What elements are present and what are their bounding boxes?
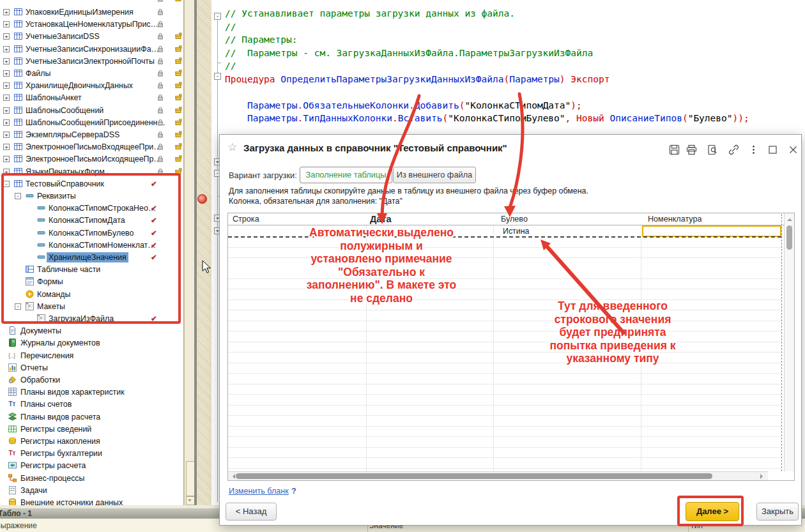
expand-toggle-icon[interactable]: + [3, 132, 10, 138]
vertical-scrollbar-thumb[interactable] [786, 225, 792, 250]
tree-item[interactable]: +Файлы [0, 68, 183, 80]
tree-item[interactable]: ЗагрузкаИзФайла✔ [0, 313, 183, 325]
maximize-icon[interactable] [767, 144, 778, 155]
tree-item[interactable]: Регистры сведений [0, 423, 183, 436]
tree-item[interactable]: КолонкаСТипомНоменклат…✔ [0, 239, 183, 252]
code-text[interactable]: // Устанавливает параметры загрузки данн… [225, 7, 749, 125]
close-icon[interactable] [788, 144, 799, 155]
tree-item[interactable]: Журналы документов [0, 337, 183, 349]
favorite-star-icon[interactable]: ☆ [227, 141, 237, 154]
tree-item[interactable]: +УчетныеЗаписиЭлектроннойПочты [0, 56, 183, 68]
expand-toggle-icon[interactable]: - [3, 181, 10, 187]
expand-toggle-icon[interactable]: + [3, 9, 10, 15]
scrollbar-down-arrow-icon[interactable] [186, 496, 195, 505]
tree-item[interactable]: +ШаблоныСообщений [0, 105, 183, 117]
tree-item-label: Планы видов расчета [20, 413, 100, 422]
back-button[interactable]: < Назад [226, 503, 277, 521]
expand-toggle-icon[interactable]: + [3, 156, 10, 162]
expand-toggle-icon[interactable]: + [3, 70, 10, 77]
table-column-header[interactable]: Строка [233, 215, 259, 224]
more-icon[interactable] [748, 144, 759, 155]
tree-item[interactable]: +УстановкаЦенНоменклатурыПрис… [0, 19, 183, 31]
expand-toggle-icon[interactable]: + [3, 95, 10, 101]
tree-item[interactable]: +ХранилищеДвоичныхДанных [0, 80, 183, 92]
expand-toggle-icon[interactable]: + [3, 119, 10, 126]
table-column-header[interactable]: Дата [370, 214, 392, 224]
tree-item[interactable]: +ЯзыкиПечатныхФорм [0, 166, 183, 178]
tree-item[interactable]: +УчетныеЗаписиDSS [0, 31, 183, 43]
tree-item[interactable]: Табличные части [0, 264, 183, 276]
tree-item[interactable]: ТтПланы счетов [0, 399, 183, 411]
print-icon[interactable] [686, 144, 697, 155]
tree-item[interactable]: ХранилищеЗначения✔ [0, 252, 183, 264]
editor-breakpoint-gutter[interactable] [197, 0, 211, 505]
table-cell-boolean-value[interactable]: Истина [503, 227, 529, 236]
lock-icon [157, 57, 164, 67]
expand-toggle-icon[interactable]: + [3, 169, 10, 175]
tree-scrollbar[interactable] [184, 0, 194, 505]
tree-item[interactable]: КолонкаСТипомБулево✔ [0, 227, 183, 239]
scrollbar-up-arrow-icon[interactable] [787, 216, 792, 221]
tree-item[interactable]: +ЭлектронноеПисьмоВходящееПри… [0, 141, 183, 153]
expand-toggle-icon[interactable]: + [3, 33, 10, 40]
tree-item[interactable]: -Реквизиты [0, 190, 183, 202]
expand-toggle-icon[interactable]: + [3, 58, 10, 65]
tree-scrollbar-thumb[interactable] [186, 461, 195, 496]
expand-toggle-icon[interactable]: - [15, 193, 21, 199]
link-icon[interactable] [728, 144, 739, 155]
tree-item[interactable]: КолонкаСТипомДата✔ [0, 215, 183, 227]
tree-item[interactable]: +ШаблоныСообщенийПрисоединенн… [0, 117, 183, 129]
variant-option-external-file[interactable]: Из внешнего файла [393, 167, 476, 183]
save-icon[interactable] [669, 144, 680, 155]
tree-item[interactable] [0, 0, 183, 5]
tree-item[interactable]: Регистры накопления [0, 436, 183, 448]
modified-check-icon: ✔ [151, 314, 157, 323]
preview-icon[interactable] [707, 144, 718, 155]
tree-item[interactable]: Бизнес-процессы [0, 473, 183, 485]
cat-icon [14, 106, 22, 114]
tree-item[interactable]: Обработки [0, 374, 183, 386]
expand-toggle-icon[interactable]: + [3, 82, 10, 89]
variant-option-fill-table[interactable]: Заполнение таблицы [300, 167, 392, 183]
expand-toggle-icon[interactable]: + [3, 46, 10, 52]
tree-item[interactable]: Команды [0, 289, 183, 301]
table-horizontal-scrollbar[interactable] [228, 471, 768, 480]
tree-item[interactable]: +УчетныеЗаписиСинхронизацииФа… [0, 43, 183, 56]
tree-item[interactable]: Планы видов расчета [0, 411, 183, 423]
close-button[interactable]: Закрыть [756, 503, 799, 521]
tree-item[interactable]: Задачи [0, 485, 183, 497]
table-column-header[interactable]: Булево [501, 215, 528, 224]
tree-item[interactable]: +ЭлектронноеПисьмоИсходящееПр… [0, 153, 183, 165]
tree-item-label: УчетныеЗаписиDSS [26, 32, 100, 41]
fold-toggle-icon[interactable]: - [214, 13, 221, 20]
tree-item[interactable]: +ЭкземплярыСервераDSS [0, 129, 183, 141]
scrollbar-left-arrow-icon[interactable] [230, 474, 235, 479]
tree-item[interactable]: Регистры расчета [0, 460, 183, 472]
breakpoint-marker-icon[interactable] [197, 194, 207, 204]
tree-item[interactable]: Внешние источники данных [0, 497, 183, 505]
expand-toggle-icon[interactable]: + [3, 107, 10, 114]
expand-toggle-icon[interactable]: + [3, 144, 10, 150]
tree-item[interactable]: +ШаблоныАнкет [0, 92, 183, 104]
scrollbar-right-arrow-icon[interactable] [760, 474, 765, 479]
table-vertical-scrollbar[interactable] [784, 213, 794, 471]
expand-toggle-icon[interactable]: + [3, 21, 10, 27]
tree-item[interactable]: -Макеты [0, 301, 183, 313]
edit-form-link[interactable]: Изменить бланк [229, 487, 289, 496]
selected-cell[interactable] [642, 225, 781, 237]
horizontal-scrollbar-thumb[interactable] [236, 473, 712, 479]
fold-toggle-icon[interactable]: - [214, 73, 221, 80]
tree-item[interactable]: ТтРегистры бухгалтерии [0, 448, 183, 460]
help-link[interactable]: ? [291, 487, 296, 496]
tree-item[interactable]: Формы [0, 276, 183, 288]
tree-item[interactable]: Документы [0, 325, 183, 337]
expand-toggle-icon[interactable]: - [15, 303, 21, 310]
tree-item[interactable]: +УпаковкиЕдиницыИзмерения [0, 6, 183, 19]
tree-item[interactable]: Планы видов характеристик [0, 386, 183, 399]
next-button[interactable]: Далее > [686, 502, 739, 521]
table-column-header[interactable]: Номенклатура [648, 215, 702, 224]
tree-item[interactable]: КолонкаСТипомСтрокаНео…✔ [0, 202, 183, 215]
tree-item[interactable]: {..}Перечисления [0, 350, 183, 362]
tree-item[interactable]: -ТестовыйСправочник✔ [0, 178, 183, 190]
tree-item[interactable]: Отчеты [0, 362, 183, 374]
